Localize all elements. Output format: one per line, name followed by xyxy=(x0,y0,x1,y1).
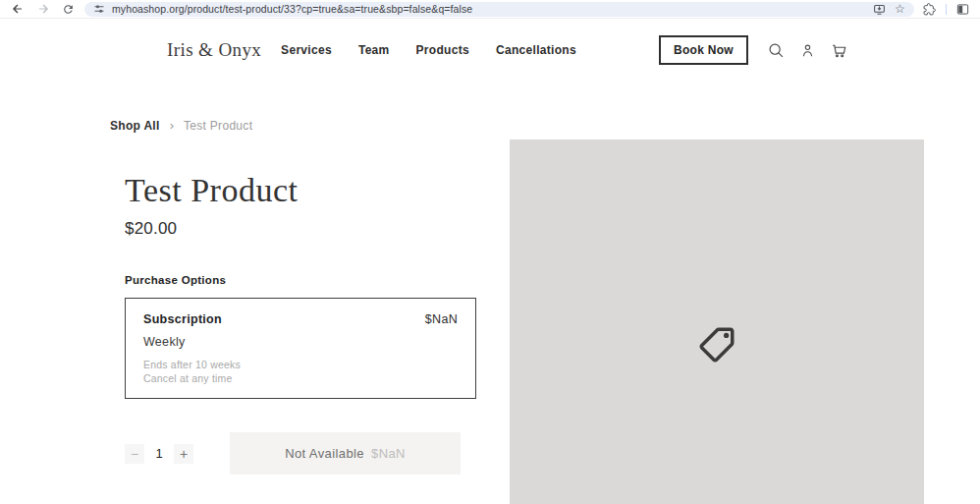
site-header: Iris & Onyx Services Team Products Cance… xyxy=(0,19,980,82)
header-icons xyxy=(767,41,848,60)
not-available-button[interactable]: Not Available $NaN xyxy=(230,432,461,475)
subscription-detail-ends: Ends after 10 weeks xyxy=(143,358,458,371)
tag-icon xyxy=(696,324,737,369)
subscription-option-row: Subscription $NaN xyxy=(143,312,458,326)
quantity-value: 1 xyxy=(144,446,174,461)
nav-link-products[interactable]: Products xyxy=(416,43,469,57)
install-icon[interactable] xyxy=(872,2,887,17)
purchase-options-heading: Purchase Options xyxy=(125,274,476,286)
subscription-price: $NaN xyxy=(425,312,458,326)
address-bar[interactable]: myhoashop.org/product/test-product/33?cp… xyxy=(84,2,914,17)
cta-price: $NaN xyxy=(371,446,406,461)
subscription-details: Ends after 10 weeks Cancel at any time xyxy=(143,358,458,385)
product-page: Iris & Onyx Services Team Products Cance… xyxy=(0,19,980,504)
cart-icon[interactable] xyxy=(830,41,848,60)
main-nav: Services Team Products Cancellations xyxy=(281,43,576,57)
nav-link-team[interactable]: Team xyxy=(358,43,390,57)
forward-icon[interactable] xyxy=(34,1,51,18)
quantity-decrease-button[interactable]: − xyxy=(125,444,144,464)
chrome-toolbar-right xyxy=(921,1,971,18)
breadcrumb: Shop All › Test Product xyxy=(110,118,980,133)
product-details: Test Product $20.00 Purchase Options Sub… xyxy=(125,172,476,475)
site-settings-icon[interactable] xyxy=(91,2,106,17)
product-title: Test Product xyxy=(125,172,476,209)
bookmark-star-icon[interactable]: ☆ xyxy=(893,2,907,17)
subscription-name: Subscription xyxy=(143,312,222,326)
buy-row: − 1 + Not Available $NaN xyxy=(125,432,476,475)
extensions-icon[interactable] xyxy=(921,1,938,18)
breadcrumb-shop-all[interactable]: Shop All xyxy=(110,119,160,133)
quantity-increase-button[interactable]: + xyxy=(174,444,193,464)
product-price: $20.00 xyxy=(125,219,476,239)
subscription-option-card[interactable]: Subscription $NaN Weekly Ends after 10 w… xyxy=(125,298,476,399)
side-panel-icon[interactable] xyxy=(954,1,971,18)
book-now-button[interactable]: Book Now xyxy=(659,35,748,65)
url-text[interactable]: myhoashop.org/product/test-product/33?cp… xyxy=(112,3,872,15)
cta-label: Not Available xyxy=(285,446,364,461)
chevron-right-icon: › xyxy=(170,118,174,133)
browser-chrome: myhoashop.org/product/test-product/33?cp… xyxy=(0,0,980,19)
site-logo[interactable]: Iris & Onyx xyxy=(167,39,261,61)
breadcrumb-current: Test Product xyxy=(184,119,252,133)
toolbar-divider xyxy=(946,4,947,15)
nav-link-cancellations[interactable]: Cancellations xyxy=(496,43,576,57)
subscription-detail-cancel: Cancel at any time xyxy=(143,371,458,385)
nav-link-services[interactable]: Services xyxy=(281,43,332,57)
product-image-placeholder xyxy=(510,140,924,504)
search-icon[interactable] xyxy=(767,41,786,60)
user-icon[interactable] xyxy=(798,41,817,60)
refresh-icon[interactable] xyxy=(60,1,77,18)
subscription-frequency: Weekly xyxy=(143,335,458,349)
back-icon[interactable] xyxy=(9,1,26,18)
